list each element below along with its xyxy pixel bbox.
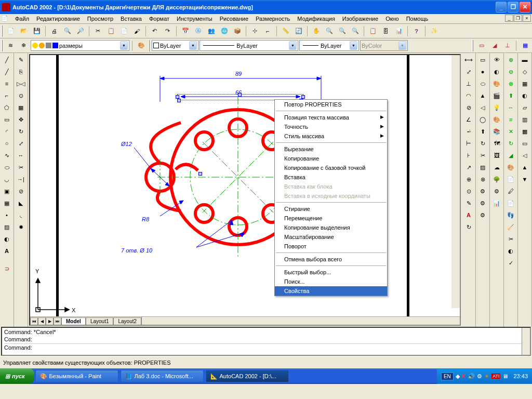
close-button[interactable]: ✕ <box>520 2 530 12</box>
cmd-scrollbar[interactable] <box>522 328 530 355</box>
shade-button[interactable]: ◐ <box>491 66 503 77</box>
etransmit-button[interactable]: 📦 <box>231 25 243 37</box>
ctx-position[interactable]: Позиция текста массива▶ <box>275 113 387 122</box>
selection-handle[interactable] <box>198 172 202 176</box>
linetype-combo[interactable]: ByLayer ▼ <box>200 40 298 51</box>
hatch-button[interactable]: ▨ <box>1 221 13 233</box>
selection-handle[interactable] <box>238 93 242 97</box>
layer-combo[interactable]: размеры ▼ <box>31 40 129 51</box>
tab-first-button[interactable]: ⏮ <box>30 317 38 325</box>
tab-last-button[interactable]: ⏭ <box>54 317 61 325</box>
autodesk-button[interactable]: ⓐ <box>192 25 204 37</box>
ctx-copyclip[interactable]: Копирование <box>275 154 387 163</box>
copyface-button[interactable]: 📄 <box>505 174 517 185</box>
line-button[interactable]: ╱ <box>1 54 13 65</box>
tabsurf-button[interactable]: ▱ <box>519 102 531 113</box>
ctx-scale[interactable]: Масштабирование <box>275 232 387 242</box>
mdi-restore-button[interactable]: ❐ <box>514 15 522 22</box>
layer-freeze-button[interactable]: ❄ <box>18 40 30 51</box>
zoom-prev-button[interactable]: 🔍 <box>349 25 361 37</box>
region-button[interactable]: ◐ <box>1 233 13 245</box>
coloredge-button[interactable]: 🖊 <box>505 185 517 197</box>
block-button[interactable]: ▦ <box>1 197 13 209</box>
offsetface-button[interactable]: ≡ <box>505 114 517 125</box>
3dcone-button[interactable]: ▼ <box>519 174 531 185</box>
properties-button[interactable]: 📋 <box>367 25 379 37</box>
redraw-button[interactable]: 🔄 <box>292 25 304 37</box>
menu-modify[interactable]: Модификация <box>294 15 339 23</box>
chamfer-button[interactable]: ◣ <box>15 197 27 209</box>
sphere-button[interactable]: ● <box>477 66 489 77</box>
fog-button[interactable]: ☁ <box>491 162 503 173</box>
help-button[interactable]: ? <box>410 25 422 37</box>
dropdown-arrow-icon[interactable]: ▼ <box>350 41 357 50</box>
tray-icon[interactable]: ⚙ <box>477 373 482 380</box>
bg-button[interactable]: 🖼 <box>491 150 503 161</box>
active-assist-button[interactable]: ✨ <box>428 25 440 37</box>
layer-manager-button[interactable]: ≋ <box>5 40 17 51</box>
magnet-button[interactable]: ⊃ <box>1 263 13 274</box>
ctx-paste[interactable]: Вставка <box>275 172 387 182</box>
pline-button[interactable]: ⌐ <box>1 90 13 101</box>
dimcenter-button[interactable]: ⊙ <box>463 185 475 197</box>
offset-button[interactable]: ⊙ <box>15 90 27 101</box>
menu-dimension[interactable]: Размерность <box>252 15 294 23</box>
mirror-button[interactable]: ▷◁ <box>15 78 27 89</box>
adc-button[interactable]: 📊 <box>393 25 405 37</box>
tray-icon[interactable]: ◆ <box>456 373 460 380</box>
redo-button[interactable]: ↷ <box>162 25 174 37</box>
setup-button[interactable]: ⚙ <box>477 185 489 197</box>
dim-style-button[interactable]: ▦ <box>519 40 531 51</box>
print-button[interactable]: 🖨 <box>48 25 60 37</box>
cleanup-button[interactable]: 🧹 <box>505 221 517 233</box>
stats-button[interactable]: 📊 <box>491 197 503 209</box>
tray-icon[interactable]: K <box>462 373 466 379</box>
material-button[interactable]: 🎨 <box>491 114 503 125</box>
check-button[interactable]: ✓ <box>505 257 517 269</box>
selection-handle[interactable] <box>301 95 305 99</box>
qdim-button[interactable]: ⩫ <box>463 126 475 137</box>
ctx-erase[interactable]: Стирание <box>275 204 387 214</box>
menu-file[interactable]: Файл <box>11 15 33 23</box>
xline-button[interactable]: ╱ <box>1 66 13 77</box>
3dmesh-button[interactable]: ▦ <box>519 78 531 89</box>
copyedge-button[interactable]: 📄 <box>505 197 517 209</box>
mline-button[interactable]: ≡ <box>1 78 13 89</box>
3dface-button[interactable]: ◇ <box>519 66 531 77</box>
print-preview-button[interactable]: 🔍 <box>61 25 73 37</box>
extrudeface-button[interactable]: ⬆ <box>505 90 517 101</box>
clock[interactable]: 23:43 <box>513 373 528 379</box>
tray-icon[interactable]: ATI <box>491 374 500 379</box>
dist-button[interactable]: 📏 <box>280 25 291 37</box>
scale-button[interactable]: ⤢ <box>15 138 27 149</box>
dimcont-button[interactable]: ⊦ <box>463 150 475 161</box>
revsurf-button[interactable]: ◐ <box>519 90 531 101</box>
moveface-button[interactable]: ↔ <box>505 102 517 113</box>
stretch-button[interactable]: ↔ <box>15 150 27 161</box>
extend-button[interactable]: →| <box>15 174 27 185</box>
dimlin-button[interactable]: ⟷ <box>463 54 475 65</box>
undo-button[interactable]: ↶ <box>149 25 161 37</box>
wedge-button[interactable]: ◁ <box>477 102 489 113</box>
dimdia-button[interactable]: ⊘ <box>463 102 475 113</box>
section-button[interactable]: ▨ <box>477 162 489 173</box>
lineweight-combo[interactable]: ByLayer ▼ <box>299 40 359 51</box>
ctx-copysel[interactable]: Копирование выделения <box>275 223 387 232</box>
revolve-button[interactable]: ↻ <box>477 138 489 149</box>
3dbox-button[interactable]: ▭ <box>519 138 531 149</box>
erase-button[interactable]: ✎ <box>15 54 27 65</box>
cut-button[interactable]: ✂ <box>92 25 104 37</box>
system-tray[interactable]: EN ◆ K 🔊 ⚙ ☀ ATI 🖥 23:43 <box>437 368 532 384</box>
tab-layout1[interactable]: Layout1 <box>86 317 114 325</box>
menu-help[interactable]: Помощь <box>403 15 432 23</box>
rotate-button[interactable]: ↻ <box>15 126 27 137</box>
taperface-button[interactable]: ◢ <box>505 150 517 161</box>
move-button[interactable]: ✥ <box>15 114 27 125</box>
tab-next-button[interactable]: ▶ <box>46 317 54 325</box>
selection-handle[interactable] <box>177 99 181 102</box>
shell-button[interactable]: ◐ <box>505 245 517 257</box>
mapping-button[interactable]: 🗺 <box>491 138 503 149</box>
imprint-button[interactable]: 👣 <box>505 209 517 221</box>
save-button[interactable]: 💾 <box>31 25 43 37</box>
dimrad-button[interactable]: ◠ <box>463 90 475 101</box>
